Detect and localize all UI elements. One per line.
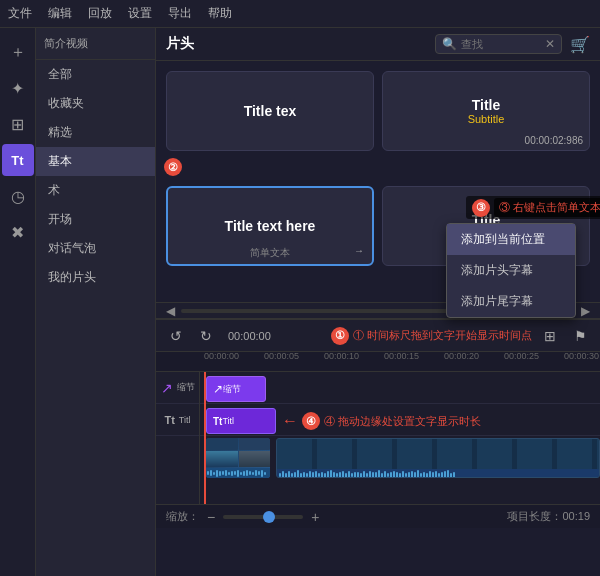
category-art[interactable]: 术 bbox=[36, 176, 155, 205]
clip1-icon: ↗ bbox=[213, 382, 223, 396]
track-text-1: 缩节 bbox=[177, 381, 195, 394]
video-clip-2[interactable] bbox=[276, 438, 600, 478]
sidebar-icons: ＋ ✦ ⊞ Tt ◷ ✖ bbox=[0, 28, 36, 576]
card1-title: Title tex bbox=[244, 103, 297, 119]
clip2-icon: Tt bbox=[213, 416, 222, 427]
content-topbar: 片头 🔍 ✕ 🛒 bbox=[156, 28, 600, 61]
track-icon-1: ↗ bbox=[161, 380, 173, 396]
category-all[interactable]: 全部 bbox=[36, 60, 155, 89]
track-text-2: Titl bbox=[179, 415, 191, 425]
redo-button[interactable]: ↻ bbox=[194, 324, 218, 348]
card2-title: Title bbox=[472, 97, 501, 113]
ruler-30: 00:00:30 bbox=[564, 351, 599, 361]
ruler-0: 00:00:00 bbox=[204, 351, 239, 361]
card3-title: Title text here bbox=[225, 218, 316, 234]
main-layout: ＋ ✦ ⊞ Tt ◷ ✖ 简介视频 全部 收藏夹 精选 基本 术 开场 对话气泡… bbox=[0, 28, 600, 576]
title-clip-1[interactable]: ↗ 缩节 bbox=[206, 376, 266, 402]
menu-help[interactable]: 帮助 bbox=[208, 5, 232, 22]
track-label-video bbox=[156, 436, 199, 480]
timeline-ruler: 00:00:00 00:00:05 00:00:10 00:00:15 00:0… bbox=[156, 352, 600, 372]
text-icon[interactable]: Tt bbox=[2, 144, 34, 176]
undo-button[interactable]: ↺ bbox=[164, 324, 188, 348]
card2-subtitle: Subtitle bbox=[468, 113, 505, 125]
card2-duration: 00:00:02:986 bbox=[525, 135, 583, 146]
category-opening[interactable]: 开场 bbox=[36, 205, 155, 234]
context-add-title[interactable]: 添加片头字幕 bbox=[447, 255, 575, 286]
category-basic[interactable]: 基本 bbox=[36, 147, 155, 176]
timeline-body: 00:00:00 00:00:05 00:00:10 00:00:15 00:0… bbox=[156, 352, 600, 504]
category-favorites[interactable]: 收藏夹 bbox=[36, 89, 155, 118]
zoom-bar: 缩放： − + 项目长度：00:19 bbox=[156, 504, 600, 528]
timeline-topbar: ↺ ↻ 00:00:00 ① ① 时间标尺拖到文字开始显示时间点 ⊞ ⚑ bbox=[156, 320, 600, 352]
ann3-text: ③ 右键点击简单文本，选择添加到当前位置 bbox=[494, 198, 600, 217]
magic-icon[interactable]: ✦ bbox=[2, 72, 34, 104]
search-input[interactable] bbox=[461, 38, 541, 50]
ruler-25: 00:00:25 bbox=[504, 351, 539, 361]
ruler-15: 00:00:15 bbox=[384, 351, 419, 361]
zoom-plus-icon[interactable]: + bbox=[311, 509, 319, 525]
title-clip-text[interactable]: Tt Titl bbox=[206, 408, 276, 434]
card3-label: 简单文本 bbox=[250, 246, 290, 260]
ann3-circle: ③ bbox=[472, 199, 490, 217]
track-text: Tt Titl ← ④ ④ 拖动边缘处设置文字显示时长 bbox=[200, 404, 600, 436]
timeline-tracks: ↗ 缩节 Tt Titl bbox=[156, 372, 600, 504]
search-icon: 🔍 bbox=[442, 37, 457, 51]
tracks-content: ↗ 缩节 Tt Titl bbox=[200, 372, 600, 504]
menu-playback[interactable]: 回放 bbox=[88, 5, 112, 22]
ruler-20: 00:00:20 bbox=[444, 351, 479, 361]
annotation-3: ③ ③ 右键点击简单文本，选择添加到当前位置 bbox=[466, 196, 600, 219]
track-label-text: Tt Titl bbox=[156, 404, 199, 436]
clip1-label: 缩节 bbox=[223, 383, 241, 396]
context-add-here[interactable]: 添加到当前位置 bbox=[447, 224, 575, 255]
ann4-circle: ④ bbox=[302, 412, 320, 430]
add-icon[interactable]: ＋ bbox=[2, 36, 34, 68]
category-my[interactable]: 我的片头 bbox=[36, 263, 155, 292]
clock-icon[interactable]: ◷ bbox=[2, 180, 34, 212]
app-container: 文件 编辑 回放 设置 导出 帮助 ＋ ✦ ⊞ Tt ◷ ✖ 简介视频 全部 收… bbox=[0, 0, 600, 576]
annotation-4-arrow: ← ④ ④ 拖动边缘处设置文字显示时长 bbox=[282, 412, 481, 430]
menu-export[interactable]: 导出 bbox=[168, 5, 192, 22]
search-box: 🔍 ✕ bbox=[435, 34, 562, 54]
zoom-label: 缩放： bbox=[166, 509, 199, 524]
tools-icon[interactable]: ✖ bbox=[2, 216, 34, 248]
content-area: 片头 🔍 ✕ 🛒 Title tex Tit bbox=[156, 28, 600, 576]
zoom-minus-icon[interactable]: − bbox=[207, 509, 215, 525]
ruler-area: 00:00:00 00:00:05 00:00:10 00:00:15 00:0… bbox=[204, 351, 596, 371]
cart-icon[interactable]: 🛒 bbox=[570, 35, 590, 54]
time-display: 00:00:00 bbox=[228, 330, 271, 342]
track-labels: ↗ 缩节 Tt Titl bbox=[156, 372, 200, 504]
annotation-1: ① ① 时间标尺拖到文字开始显示时间点 bbox=[331, 327, 532, 345]
menu-edit[interactable]: 编辑 bbox=[48, 5, 72, 22]
category-bubble[interactable]: 对话气泡 bbox=[36, 234, 155, 263]
left-panel: 简介视频 全部 收藏夹 精选 基本 术 开场 对话气泡 我的片头 bbox=[36, 28, 156, 576]
tl-icon-1[interactable]: ⊞ bbox=[538, 324, 562, 348]
timeline-section: ↺ ↻ 00:00:00 ① ① 时间标尺拖到文字开始显示时间点 ⊞ ⚑ bbox=[156, 318, 600, 528]
title-card-1[interactable]: Title tex bbox=[166, 71, 374, 151]
ann1-text: ① 时间标尺拖到文字开始显示时间点 bbox=[353, 328, 532, 343]
ruler-5: 00:00:05 bbox=[264, 351, 299, 361]
scroll-right[interactable]: ▶ bbox=[581, 304, 590, 318]
grid-icon[interactable]: ⊞ bbox=[2, 108, 34, 140]
card3-arrow: → bbox=[354, 245, 364, 256]
zoom-slider[interactable] bbox=[223, 515, 303, 519]
context-add-end[interactable]: 添加片尾字幕 bbox=[447, 286, 575, 317]
menu-file[interactable]: 文件 bbox=[8, 5, 32, 22]
zoom-thumb[interactable] bbox=[263, 511, 275, 523]
title-card-2[interactable]: Title Subtitle 00:00:02:986 bbox=[382, 71, 590, 151]
ann1-circle: ① bbox=[331, 327, 349, 345]
ruler-10: 00:00:10 bbox=[324, 351, 359, 361]
timeline-right-icons: ⊞ ⚑ bbox=[538, 324, 592, 348]
left-panel-header: 简介视频 bbox=[36, 28, 155, 60]
search-clear-icon[interactable]: ✕ bbox=[545, 37, 555, 51]
playhead-line bbox=[204, 372, 206, 504]
track-video bbox=[200, 436, 600, 480]
title-card-3[interactable]: Title text here 简单文本 → bbox=[166, 186, 374, 266]
category-featured[interactable]: 精选 bbox=[36, 118, 155, 147]
scroll-left[interactable]: ◀ bbox=[166, 304, 175, 318]
tl-icon-2[interactable]: ⚑ bbox=[568, 324, 592, 348]
content-title: 片头 bbox=[166, 35, 427, 53]
video-clip-1[interactable] bbox=[206, 438, 270, 478]
ann4-text: ④ 拖动边缘处设置文字显示时长 bbox=[324, 414, 481, 429]
track-label-title: ↗ 缩节 bbox=[156, 372, 199, 404]
menu-settings[interactable]: 设置 bbox=[128, 5, 152, 22]
